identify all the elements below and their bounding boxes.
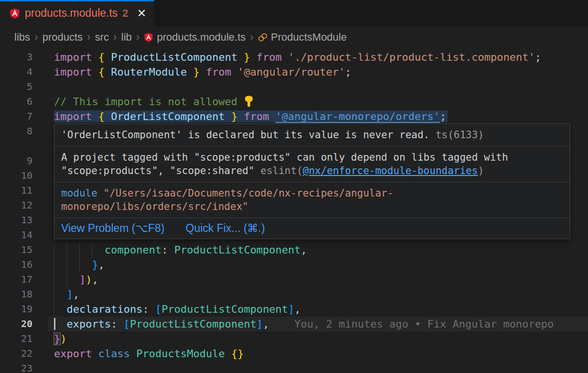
- line-number[interactable]: 12: [0, 198, 32, 213]
- code-line[interactable]: 6// This import is not allowed: [0, 94, 588, 109]
- code-token: from: [250, 51, 282, 63]
- breadcrumb-label: products.module.ts: [157, 31, 246, 44]
- code-line[interactable]: 18 ],: [0, 287, 588, 302]
- view-problem-action[interactable]: View Problem (⌥F8): [61, 222, 165, 235]
- tab-products-module[interactable]: products.module.ts 2 ✕: [0, 0, 155, 26]
- line-number[interactable]: 9: [0, 154, 32, 168]
- error-hover-popup: 'OrderListComponent' is declared but its…: [54, 123, 570, 239]
- indent-guide: [54, 302, 54, 317]
- code-line[interactable]: 19 declarations: [ProductListComponent],: [0, 302, 588, 317]
- code-line[interactable]: 4import { RouterModule } from '@angular/…: [0, 65, 588, 79]
- indent-guide: [92, 242, 92, 257]
- code-token: import: [54, 51, 98, 63]
- line-number[interactable]: 16: [0, 257, 32, 272]
- line-number[interactable]: 17: [0, 272, 32, 287]
- line-number[interactable]: 7: [0, 109, 32, 124]
- hover-text: "/Users/isaac/Documents/code/nx-recipes/…: [97, 187, 394, 199]
- chevron-right-icon: ›: [87, 31, 91, 44]
- code-token: [: [155, 303, 161, 315]
- code-token: ]: [257, 318, 263, 330]
- code-content: // This import is not allowed: [54, 94, 588, 109]
- hover-section: 'OrderListComponent' is declared but its…: [54, 124, 570, 146]
- code-token: }: [237, 51, 250, 63]
- code-token: component: [105, 244, 161, 256]
- tab-title: products.module.ts: [25, 7, 118, 20]
- code-token: [54, 303, 67, 315]
- code-token: from: [237, 110, 269, 122]
- breadcrumb-item-lib[interactable]: lib: [121, 31, 132, 44]
- hover-text: ): [478, 165, 484, 176]
- line-number[interactable]: 13: [0, 213, 32, 228]
- code-line[interactable]: 15 component: ProductListComponent,: [0, 242, 588, 257]
- breadcrumb-item-src[interactable]: src: [95, 31, 109, 44]
- breadcrumb-label: src: [95, 31, 109, 44]
- hover-text: monorepo/libs/orders/src/index": [61, 201, 248, 212]
- editor[interactable]: 3import { ProductListComponent } from '.…: [0, 48, 588, 373]
- code-line[interactable]: 3import { ProductListComponent } from '.…: [0, 50, 588, 65]
- line-number[interactable]: 5: [0, 79, 32, 94]
- line-number[interactable]: 11: [0, 183, 32, 198]
- code-token: ]: [79, 274, 86, 285]
- code-line[interactable]: 5: [0, 79, 588, 94]
- line-number[interactable]: 4: [0, 65, 32, 79]
- warning-underline-range: import { OrderListComponent }: [54, 110, 237, 122]
- code-token: RouterModule: [111, 66, 187, 78]
- code-content: import { ProductListComponent } from './…: [54, 50, 588, 65]
- code-token: OrderListComponent: [111, 110, 225, 122]
- breadcrumb-label: products: [43, 31, 83, 44]
- line-number[interactable]: 3: [0, 50, 32, 65]
- line-number[interactable]: 14: [0, 228, 32, 242]
- code-line[interactable]: 22export class ProductsModule {}: [0, 346, 588, 361]
- close-icon[interactable]: ✕: [137, 7, 147, 20]
- hover-text: ts(6133): [429, 129, 484, 141]
- line-number[interactable]: 23: [0, 361, 32, 373]
- code-line[interactable]: 7import { OrderListComponent } from '@an…: [0, 109, 588, 124]
- code-content: import { OrderListComponent } from '@ang…: [54, 109, 588, 124]
- tab-bar: products.module.ts 2 ✕: [0, 0, 588, 26]
- angular-icon: [10, 8, 20, 19]
- symbol-class-icon: [258, 33, 267, 42]
- code-token: export: [54, 348, 98, 360]
- error-highlighted-line: import { OrderListComponent } from '@ang…: [54, 110, 448, 122]
- indent-guide: [66, 242, 67, 257]
- module-path-link[interactable]: '@angular-monorepo/orders': [276, 110, 440, 122]
- breadcrumb-label: lib: [121, 31, 132, 44]
- breadcrumb-item-productsmodule[interactable]: ProductsModule: [258, 31, 347, 44]
- code-token: from: [200, 66, 231, 78]
- code-line[interactable]: 23: [0, 361, 588, 373]
- hover-status-bar: View Problem (⌥F8)Quick Fix... (⌘.): [54, 218, 570, 239]
- breadcrumb-item-products-module-ts[interactable]: products.module.ts: [144, 31, 246, 44]
- tab-problem-badge: 2: [122, 7, 128, 20]
- code-token: :: [111, 318, 124, 330]
- quick-fix-action[interactable]: Quick Fix... (⌘.): [186, 222, 265, 235]
- line-number[interactable]: 19: [0, 302, 32, 317]
- line-number[interactable]: 10: [0, 168, 32, 183]
- line-number[interactable]: 20: [0, 317, 32, 331]
- hover-section: module "/Users/isaac/Documents/code/nx-r…: [54, 182, 570, 218]
- code-token: ProductListComponent: [130, 318, 257, 330]
- code-token: [: [124, 318, 130, 330]
- indent-guide: [54, 272, 54, 287]
- code-token: ProductListComponent: [174, 244, 301, 256]
- code-line[interactable]: 20 exports: [ProductListComponent],You, …: [0, 317, 588, 331]
- hover-text-line: "scope:products", "scope:shared" eslint(…: [61, 164, 563, 177]
- code-line[interactable]: 16 },: [0, 257, 588, 272]
- line-number[interactable]: 6: [0, 94, 32, 109]
- line-number[interactable]: 8: [0, 124, 32, 139]
- code-content: ],: [54, 287, 588, 302]
- vscode-window: products.module.ts 2 ✕ libs›products›src…: [0, 0, 588, 373]
- eslint-rule-link[interactable]: @nx/enforce-module-boundaries: [303, 165, 478, 176]
- line-number[interactable]: 15: [0, 242, 32, 257]
- code-line[interactable]: 21}): [0, 331, 588, 346]
- code-token: ProductsModule: [136, 348, 225, 360]
- code-token: [54, 288, 67, 300]
- line-number[interactable]: 22: [0, 346, 32, 361]
- angular-icon: [10, 8, 20, 19]
- line-number[interactable]: 18: [0, 287, 32, 302]
- code-line[interactable]: 17 ]),: [0, 272, 588, 287]
- breadcrumb-item-products[interactable]: products: [43, 31, 83, 44]
- line-number[interactable]: 21: [0, 331, 32, 346]
- hover-section: A project tagged with "scope:products" c…: [54, 146, 570, 182]
- code-token: [54, 318, 67, 330]
- breadcrumb-item-libs[interactable]: libs: [14, 31, 30, 44]
